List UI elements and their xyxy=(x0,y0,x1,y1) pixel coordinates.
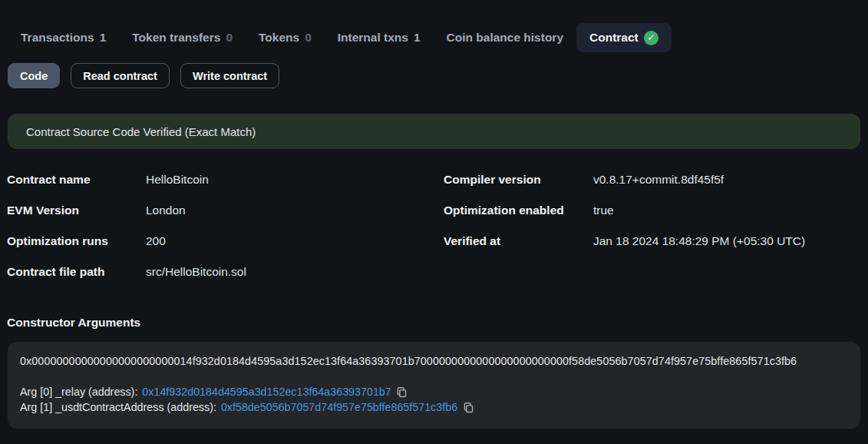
tab-label: Contract xyxy=(589,31,639,45)
compiler-version-value: v0.8.17+commit.8df45f5f xyxy=(593,173,868,187)
contract-tabbar: Transactions 1 Token transfers 0 Tokens … xyxy=(0,0,868,60)
evm-version-value: London xyxy=(146,204,444,217)
tab-label: Tokens xyxy=(259,31,299,45)
contract-info-grid: Contract name HelloBitcoin Compiler vers… xyxy=(0,164,868,287)
copy-icon[interactable] xyxy=(396,386,408,398)
tab-count: 0 xyxy=(305,31,312,45)
tab-count: 1 xyxy=(414,31,421,45)
tab-label: Internal txns xyxy=(338,31,408,45)
arg-prefix: Arg [0] _relay (address): xyxy=(20,386,137,398)
verified-check-icon: ✓ xyxy=(644,31,658,45)
contract-file-path-value: src/HelloBitcoin.sol xyxy=(146,265,444,279)
constructor-arg-row: Arg [0] _relay (address): 0x14f932d0184d… xyxy=(20,386,848,398)
copy-icon[interactable] xyxy=(462,401,474,413)
constructor-arg-row: Arg [1] _usdtContractAddress (address): … xyxy=(20,401,848,413)
tab-label: Coin balance history xyxy=(447,31,563,45)
verified-at-label: Verified at xyxy=(444,234,593,248)
evm-version-label: EVM Version xyxy=(7,204,146,217)
arg-address-link[interactable]: 0x14f932d0184d4595a3d152ec13f64a36393701… xyxy=(142,386,391,398)
write-contract-button[interactable]: Write contract xyxy=(180,63,279,88)
arg-prefix: Arg [1] _usdtContractAddress (address): xyxy=(20,401,216,413)
optimization-runs-value: 200 xyxy=(146,234,444,248)
optimization-runs-label: Optimization runs xyxy=(7,234,146,248)
verified-at-value: Jan 18 2024 18:48:29 PM (+05:30 UTC) xyxy=(593,234,868,248)
optimization-enabled-value: true xyxy=(593,204,868,217)
tab-token-transfers[interactable]: Token transfers 0 xyxy=(119,23,246,52)
tab-coin-balance-history[interactable]: Coin balance history xyxy=(434,23,576,52)
tab-tokens[interactable]: Tokens 0 xyxy=(246,23,325,52)
compiler-version-label: Compiler version xyxy=(444,173,593,187)
tab-contract[interactable]: Contract ✓ xyxy=(576,23,672,52)
code-button[interactable]: Code xyxy=(8,63,60,88)
optimization-enabled-label: Optimization enabled xyxy=(444,204,593,217)
tab-transactions[interactable]: Transactions 1 xyxy=(8,23,119,52)
constructor-arguments-box: 0x00000000000000000000000014f932d0184d45… xyxy=(8,342,860,429)
tab-count: 1 xyxy=(100,31,107,45)
tab-label: Transactions xyxy=(21,31,94,45)
contract-name-value: HelloBitcoin xyxy=(146,173,444,187)
constructor-raw-hex: 0x00000000000000000000000014f932d0184d45… xyxy=(20,355,848,367)
contract-subtabs: Code Read contract Write contract xyxy=(0,60,868,88)
read-contract-button[interactable]: Read contract xyxy=(71,63,170,88)
contract-file-path-label: Contract file path xyxy=(7,265,146,279)
contract-name-label: Contract name xyxy=(7,173,146,187)
tab-count: 0 xyxy=(226,31,233,45)
arg-address-link[interactable]: 0xf58de5056b7057d74f957e75bffe865f571c3f… xyxy=(221,401,457,413)
tab-label: Token transfers xyxy=(132,31,220,45)
tab-internal-txns[interactable]: Internal txns 1 xyxy=(325,23,434,52)
verified-banner: Contract Source Code Verified (Exact Mat… xyxy=(8,114,860,149)
verified-banner-text: Contract Source Code Verified (Exact Mat… xyxy=(26,125,256,138)
constructor-arguments-title: Constructor Arguments xyxy=(0,316,868,330)
